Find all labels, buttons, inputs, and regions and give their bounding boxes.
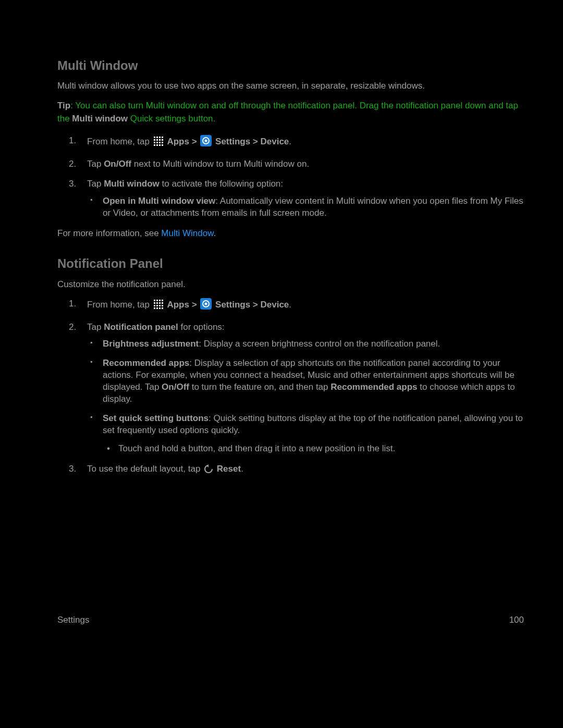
np-step-2: 2. Tap Notification panel for options: B… <box>57 322 524 455</box>
svg-rect-20 <box>156 300 158 301</box>
sub-bullets: Touch and hold a button, and then drag i… <box>103 443 524 455</box>
svg-rect-4 <box>154 139 155 141</box>
settings-icon <box>200 298 212 313</box>
reset-icon <box>204 464 213 477</box>
svg-rect-24 <box>156 302 158 304</box>
svg-rect-2 <box>159 137 161 138</box>
svg-point-18 <box>205 139 207 142</box>
tip-text: Tip: You can also turn Multi window on a… <box>57 100 524 125</box>
svg-rect-6 <box>159 139 161 141</box>
svg-rect-33 <box>159 307 161 309</box>
page: Multi Window Multi window allows you to … <box>0 0 563 728</box>
svg-rect-25 <box>159 302 161 304</box>
bullet-recommended: Recommended apps: Display a selection of… <box>87 357 524 405</box>
bullet-open-mw: Open in Multi window view: Automatically… <box>87 195 524 219</box>
svg-rect-13 <box>156 144 158 146</box>
svg-rect-9 <box>156 142 158 143</box>
svg-rect-15 <box>162 144 163 146</box>
svg-rect-30 <box>162 305 163 306</box>
settings-icon <box>200 135 212 150</box>
multiwindow-intro: Multi window allows you to use two apps … <box>57 80 524 92</box>
multiwindow-steps: 1. From home, tap Apps > Settings > Devi… <box>57 135 524 220</box>
heading-notification-panel: Notification Panel <box>57 255 524 272</box>
apps-icon <box>153 299 164 313</box>
tip-label: Tip <box>57 101 70 110</box>
step-3: 3. Tap Multi window to activate the foll… <box>57 178 524 219</box>
more-info: For more information, see Multi Window. <box>57 228 524 240</box>
svg-rect-27 <box>154 305 155 306</box>
step-1: 1. From home, tap Apps > Settings > Devi… <box>57 135 524 150</box>
bullet-brightness: Brightness adjustment: Display a screen … <box>87 338 524 350</box>
apps-icon <box>153 136 164 150</box>
np-step-3: 3. To use the default layout, tap Reset. <box>57 463 524 477</box>
svg-rect-22 <box>162 300 163 301</box>
svg-rect-10 <box>159 142 161 143</box>
svg-rect-31 <box>154 307 155 309</box>
svg-point-37 <box>205 302 207 305</box>
svg-rect-12 <box>154 144 155 146</box>
svg-rect-5 <box>156 139 158 141</box>
step3-bullets: Open in Multi window view: Automatically… <box>87 195 524 219</box>
svg-rect-7 <box>162 139 163 141</box>
svg-rect-21 <box>159 300 161 301</box>
footer: Settings 100 <box>57 614 524 626</box>
footer-section: Settings <box>57 614 89 626</box>
step-2: 2. Tap On/Off next to Multi window to tu… <box>57 158 524 170</box>
svg-rect-29 <box>159 305 161 306</box>
np-step-1: 1. From home, tap Apps > Settings > Devi… <box>57 298 524 313</box>
multi-window-link[interactable]: Multi Window <box>161 228 213 238</box>
sub-touch-hold: Touch and hold a button, and then drag i… <box>103 443 524 455</box>
footer-page: 100 <box>509 614 524 626</box>
heading-multiwindow: Multi Window <box>57 57 524 74</box>
svg-rect-14 <box>159 144 161 146</box>
np-bullets: Brightness adjustment: Display a screen … <box>87 338 524 455</box>
svg-rect-34 <box>162 307 163 309</box>
svg-rect-1 <box>156 137 158 138</box>
svg-rect-19 <box>154 300 155 301</box>
svg-rect-23 <box>154 302 155 304</box>
svg-rect-28 <box>156 305 158 306</box>
svg-rect-8 <box>154 142 155 143</box>
svg-rect-32 <box>156 307 158 309</box>
svg-rect-26 <box>162 302 163 304</box>
np-steps: 1. From home, tap Apps > Settings > Devi… <box>57 298 524 477</box>
bullet-quicksetting: Set quick setting buttons: Quick setting… <box>87 413 524 455</box>
svg-rect-0 <box>154 137 155 138</box>
svg-rect-11 <box>162 142 163 143</box>
np-intro: Customize the notification panel. <box>57 279 524 291</box>
svg-rect-3 <box>162 137 163 138</box>
